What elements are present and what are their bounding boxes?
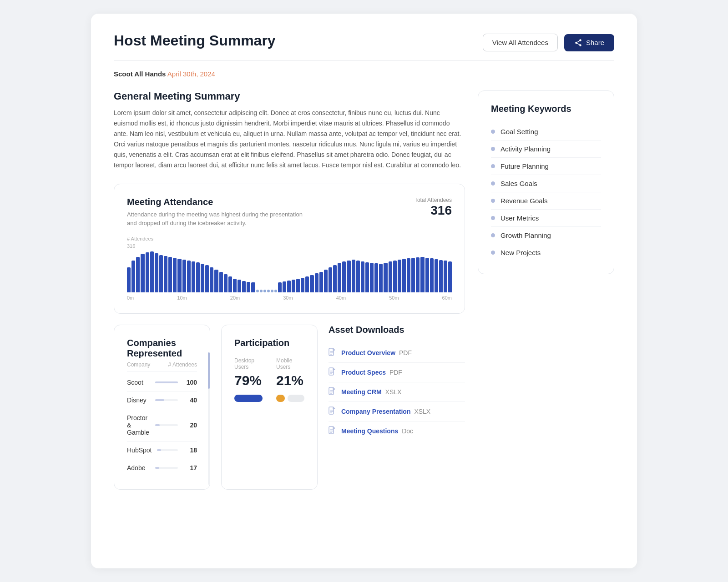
keyword-item: New Projects: [491, 244, 601, 261]
keyword-dot: [491, 130, 495, 134]
asset-items: Product Overview PDF Product Specs PDF: [329, 343, 465, 441]
scroll-thumb: [208, 352, 210, 389]
company-bar-wrap: [155, 467, 178, 469]
participation-card: Participation Desktop Users 79% Mobile U…: [221, 325, 318, 490]
bar-item: [267, 290, 270, 292]
file-icon: [329, 367, 336, 377]
company-bar-wrap: [155, 381, 178, 383]
asset-name-link[interactable]: Meeting Questions: [341, 427, 398, 435]
keyword-label: Activity Planning: [500, 145, 551, 153]
asset-link[interactable]: Company Presentation XSLX: [341, 408, 430, 415]
file-icon: [329, 387, 336, 397]
bar-item: [146, 252, 149, 292]
bar-item: [310, 275, 313, 292]
bar-item: [260, 290, 263, 292]
bar-item: [444, 261, 447, 292]
company-row: Adobe 17: [127, 459, 197, 477]
asset-item: Product Overview PDF: [329, 343, 465, 363]
svg-line-3: [576, 40, 580, 42]
bar-item: [370, 263, 374, 292]
file-icon: [329, 406, 336, 416]
asset-name-link[interactable]: Company Presentation: [341, 408, 410, 415]
bar-item: [251, 282, 255, 292]
keyword-item: Goal Setting: [491, 123, 601, 140]
asset-item: Product Specs PDF: [329, 363, 465, 382]
company-bar-fill: [155, 381, 178, 383]
keyword-label: Sales Goals: [500, 180, 537, 187]
bar-item: [338, 263, 341, 292]
bar-item: [182, 260, 186, 292]
company-count: 20: [183, 421, 197, 429]
asset-name-link[interactable]: Product Overview: [341, 349, 395, 356]
company-count: 40: [183, 396, 197, 404]
bar-item: [425, 258, 429, 292]
bar-item: [214, 270, 218, 292]
bar-item: [271, 290, 273, 292]
keyword-items: Goal Setting Activity Planning Future Pl…: [491, 123, 601, 261]
company-bar-fill: [157, 449, 161, 451]
desktop-label: Desktop Users: [234, 357, 263, 370]
bar-item: [333, 265, 337, 292]
bar-item: [228, 276, 232, 292]
bar-item: [420, 257, 424, 292]
left-column: General Meeting Summary Lorem ipsum dolo…: [114, 90, 465, 501]
view-attendees-button[interactable]: View All Attendees: [483, 34, 558, 51]
attendance-header: Meeting Attendance Attendance during the…: [127, 197, 452, 228]
bar-item: [365, 262, 369, 292]
total-label: Total Attendees: [415, 197, 452, 203]
company-bar-fill: [155, 424, 160, 426]
keyword-item: Growth Planning: [491, 227, 601, 244]
asset-type: XSLX: [414, 408, 430, 415]
desktop-col: Desktop Users 79%: [234, 357, 263, 402]
asset-name-link[interactable]: Product Specs: [341, 369, 386, 376]
bar-item: [192, 261, 195, 292]
bar-item: [205, 265, 209, 292]
mobile-bar: [276, 395, 285, 402]
scroll-indicator[interactable]: [208, 352, 210, 485]
company-row: Disney 40: [127, 391, 197, 409]
chart-x-label-item: 30m: [283, 295, 293, 301]
bar-item: [315, 273, 318, 292]
page-container: Host Meeting Summary View All Attendees …: [91, 14, 637, 568]
share-button[interactable]: Share: [564, 34, 614, 51]
bottom-row: Companies Represented Company # Attendee…: [114, 325, 465, 501]
keyword-label: Goal Setting: [500, 128, 538, 135]
bar-item: [224, 274, 228, 292]
bar-item: [296, 279, 300, 292]
bar-item: [210, 267, 213, 292]
share-icon: [574, 39, 582, 47]
svg-line-4: [576, 43, 580, 45]
asset-link[interactable]: Product Specs PDF: [341, 369, 402, 376]
bar-item: [416, 257, 420, 292]
bar-item: [374, 263, 378, 292]
asset-link[interactable]: Meeting CRM XSLX: [341, 388, 401, 396]
company-name: Adobe: [127, 464, 150, 472]
bar-item: [398, 260, 401, 292]
companies-title: Companies Represented: [127, 338, 197, 359]
bar-item: [352, 260, 355, 292]
keyword-dot: [491, 164, 495, 168]
mobile-label: Mobile Users: [276, 357, 304, 370]
bar-item: [233, 279, 237, 292]
company-row: Proctor & Gamble 20: [127, 409, 197, 442]
bar-item: [263, 290, 266, 292]
bar-item: [292, 280, 295, 292]
asset-link[interactable]: Meeting Questions Doc: [341, 427, 413, 435]
asset-link[interactable]: Product Overview PDF: [341, 349, 412, 356]
company-count: 17: [183, 464, 197, 472]
company-rows: Scoot 100 Disney 40 Proctor & Gamble 20 …: [127, 374, 197, 477]
bar-item: [319, 272, 323, 292]
bar-item: [384, 263, 387, 292]
asset-name-link[interactable]: Meeting CRM: [341, 388, 382, 396]
keyword-label: Future Planning: [500, 162, 549, 170]
bar-item: [177, 259, 181, 292]
header-actions: View All Attendees Share: [483, 34, 614, 51]
company-row: Scoot 100: [127, 374, 197, 391]
participation-title: Participation: [234, 338, 304, 348]
bar-item: [305, 276, 309, 292]
bar-item: [196, 262, 200, 292]
share-label: Share: [586, 39, 604, 46]
bar-item: [356, 261, 360, 292]
attendance-card: Meeting Attendance Attendance during the…: [114, 184, 465, 314]
mobile-col: Mobile Users 21%: [276, 357, 304, 402]
